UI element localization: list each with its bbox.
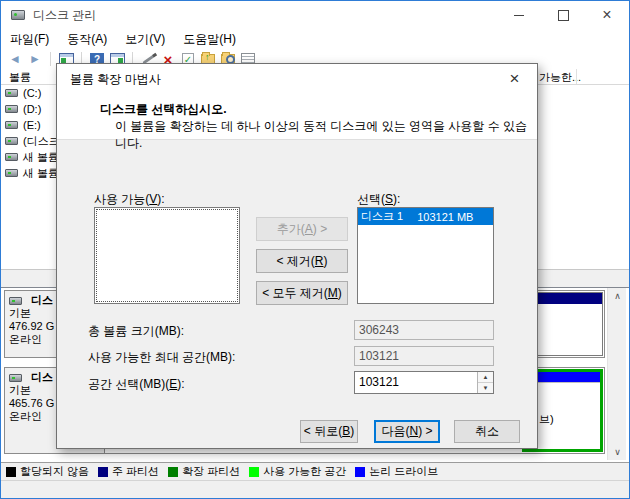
- selected-disk-name: 디스크 1: [361, 209, 403, 224]
- disk-icon: [9, 297, 22, 305]
- title-bar: 디스크 관리: [1, 1, 629, 29]
- selected-disk-size: 103121 MB: [417, 211, 473, 223]
- available-label: 사용 가능(V):: [94, 191, 165, 208]
- scroll-up-icon[interactable]: ∧: [608, 288, 627, 304]
- maximize-icon[interactable]: [541, 1, 585, 29]
- remove-all-button[interactable]: < 모두 제거(M): [256, 281, 348, 305]
- drive-icon: [5, 121, 18, 129]
- menu-file[interactable]: 파일(F): [10, 31, 49, 48]
- status-bar: [1, 480, 629, 498]
- dialog-title: 볼륨 확장 마법사: [70, 71, 161, 88]
- max-space-field: 103121: [354, 346, 494, 366]
- extend-volume-wizard-dialog: 볼륨 확장 마법사 디스크를 선택하십시오. 이 볼륨을 확장하는 데 하나 이…: [56, 63, 538, 449]
- menu-action[interactable]: 동작(A): [67, 31, 107, 48]
- drive-icon: [5, 89, 18, 97]
- legend-swatch: [6, 467, 16, 477]
- cancel-button[interactable]: 취소: [454, 420, 520, 443]
- drive-icon: [5, 137, 18, 145]
- spin-up-icon[interactable]: ▲: [478, 372, 493, 383]
- focus-rect: [96, 209, 238, 302]
- back-icon[interactable]: ◄: [7, 52, 23, 67]
- legend-item: 주 파티션: [98, 464, 159, 479]
- space-select-spinner[interactable]: 103121 ▲ ▼: [354, 371, 494, 394]
- toolbar-separator: [50, 52, 51, 66]
- back-button[interactable]: < 뒤로(B): [300, 420, 358, 443]
- legend-bar: 할당되지 않음 주 파티션 확장 파티션 사용 가능한 공간 논리 드라이브: [1, 462, 629, 480]
- space-select-value: 103121: [359, 375, 399, 389]
- next-button[interactable]: 다음(N) >: [374, 420, 440, 443]
- column-available[interactable]: 가능한...: [539, 70, 581, 85]
- legend-swatch: [355, 467, 365, 477]
- dialog-close-icon[interactable]: [492, 64, 537, 93]
- scroll-down-icon[interactable]: ∨: [608, 444, 627, 460]
- selected-disk-item[interactable]: 디스크 1 103121 MB: [358, 208, 493, 225]
- dialog-title-bar: 볼륨 확장 마법사: [57, 64, 537, 94]
- remove-button[interactable]: < 제거(R): [256, 249, 348, 273]
- add-button[interactable]: 추가(A) >: [256, 217, 348, 241]
- app-disk-icon: [11, 10, 25, 20]
- drive-icon: [5, 105, 18, 113]
- legend-swatch: [168, 467, 178, 477]
- total-size-field: 306243: [354, 320, 494, 340]
- drive-icon: [5, 153, 18, 161]
- dialog-heading: 디스크를 선택하십시오.: [100, 101, 227, 118]
- space-select-label: 공간 선택(MB)(E):: [88, 376, 185, 393]
- spinner-buttons: ▲ ▼: [477, 372, 493, 393]
- dialog-subheading: 이 볼륨을 확장하는 데 하나 이상의 동적 디스크에 있는 영역을 사용할 수…: [115, 118, 537, 152]
- legend-item: 확장 파티션: [168, 464, 240, 479]
- window-title: 디스크 관리: [33, 7, 96, 24]
- available-listbox[interactable]: [94, 207, 240, 304]
- legend-swatch: [249, 467, 259, 477]
- total-size-label: 총 볼륨 크기(MB):: [88, 323, 184, 340]
- close-icon[interactable]: [585, 1, 629, 29]
- legend-item: 할당되지 않음: [6, 464, 89, 479]
- column-separator: [576, 69, 577, 84]
- forward-icon[interactable]: ►: [27, 52, 43, 67]
- column-volume[interactable]: 볼륨: [9, 70, 31, 85]
- legend-item: 사용 가능한 공간: [249, 464, 346, 479]
- menu-bar: 파일(F) 동작(A) 보기(V) 도움말(H): [1, 29, 629, 50]
- drive-icon: [5, 169, 18, 177]
- dialog-header: 디스크를 선택하십시오. 이 볼륨을 확장하는 데 하나 이상의 동적 디스크에…: [57, 94, 537, 140]
- spin-down-icon[interactable]: ▼: [478, 383, 493, 393]
- selected-listbox[interactable]: 디스크 1 103121 MB: [357, 207, 494, 304]
- selected-label: 선택(S):: [357, 191, 400, 208]
- legend-item: 논리 드라이브: [355, 464, 438, 479]
- max-space-label: 사용 가능한 최대 공간(MB):: [88, 349, 235, 366]
- menu-view[interactable]: 보기(V): [125, 31, 165, 48]
- legend-swatch: [98, 467, 108, 477]
- disk-management-window: 디스크 관리 파일(F) 동작(A) 보기(V) 도움말(H) ◄ ► ? × …: [0, 0, 630, 499]
- window-controls: [497, 1, 629, 29]
- menu-help[interactable]: 도움말(H): [183, 31, 236, 48]
- minimize-icon[interactable]: [497, 1, 541, 29]
- scrollbar[interactable]: ∧ ∨: [607, 288, 626, 460]
- disk-icon: [9, 374, 22, 382]
